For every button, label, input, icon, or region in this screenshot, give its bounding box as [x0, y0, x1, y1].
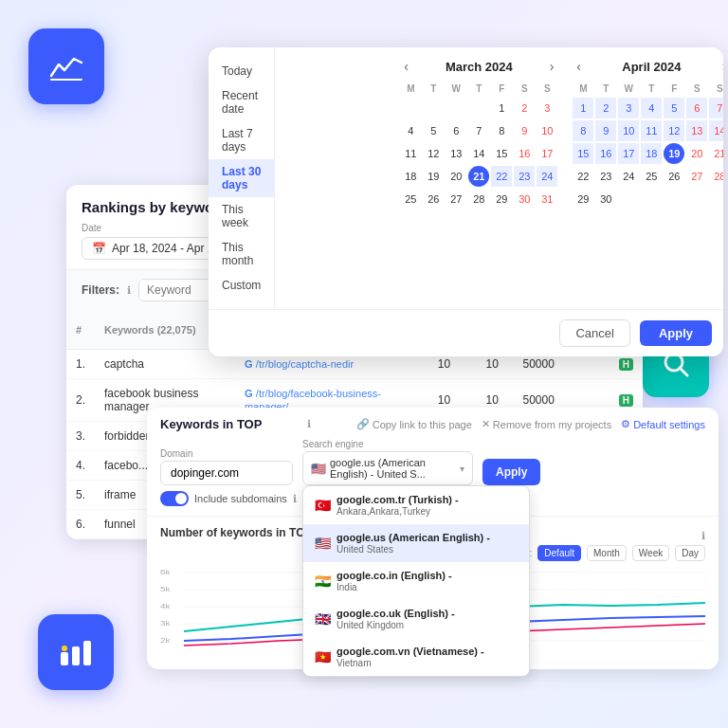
- april-day-10[interactable]: 10: [618, 120, 639, 141]
- dropdown-item-uk[interactable]: 🇬🇧 google.co.uk (English) - United Kingd…: [303, 600, 529, 638]
- chart-info-icon[interactable]: ℹ: [701, 530, 705, 542]
- april-day-29[interactable]: 29: [573, 189, 593, 209]
- march-day-14[interactable]: 14: [468, 143, 489, 164]
- domain-input[interactable]: [160, 461, 293, 485]
- march-day-18[interactable]: 18: [400, 166, 421, 187]
- remove-link[interactable]: ✕ Remove from my projects: [482, 418, 611, 430]
- svg-text:5k: 5k: [160, 585, 171, 593]
- march-day-16[interactable]: 16: [514, 143, 535, 164]
- march-day-11[interactable]: 11: [400, 143, 421, 164]
- march-day-8[interactable]: 8: [491, 120, 512, 141]
- march-day-19[interactable]: 19: [423, 166, 444, 187]
- march-day-10[interactable]: 10: [537, 120, 557, 141]
- dropdown-item-us[interactable]: 🇺🇸 google.us (American English) - United…: [303, 524, 529, 562]
- april-day-7[interactable]: 7: [709, 98, 723, 118]
- scale-day-btn[interactable]: Day: [675, 545, 705, 561]
- march-next-btn[interactable]: ›: [546, 59, 558, 74]
- march-day-28[interactable]: 28: [468, 189, 489, 209]
- march-prev-btn[interactable]: ‹: [400, 59, 412, 74]
- april-day-27[interactable]: 27: [686, 166, 707, 187]
- cal-option-30days[interactable]: Last 30 days: [209, 159, 274, 197]
- cal-option-month[interactable]: This month: [209, 235, 274, 273]
- april-day-25[interactable]: 25: [641, 166, 662, 187]
- cancel-button[interactable]: Cancel: [559, 319, 629, 347]
- april-day-9[interactable]: 9: [595, 120, 616, 141]
- copy-link[interactable]: 🔗 Copy link to this page: [356, 418, 472, 430]
- march-day-13[interactable]: 13: [446, 143, 466, 164]
- march-day-17[interactable]: 17: [537, 143, 557, 164]
- april-day-18[interactable]: 18: [641, 143, 662, 164]
- march-day-20[interactable]: 20: [446, 166, 466, 187]
- april-day-4[interactable]: 4: [641, 98, 662, 118]
- march-day-22[interactable]: 22: [491, 166, 512, 187]
- calendar-popup: Today Recent date Last 7 days Last 30 da…: [209, 47, 723, 356]
- url-link-1[interactable]: /tr/blog/captcha-nedir: [256, 358, 354, 370]
- scale-month-btn[interactable]: Month: [587, 545, 627, 561]
- cal-option-today[interactable]: Today: [209, 59, 274, 83]
- march-day-29[interactable]: 29: [491, 189, 512, 209]
- april-prev-btn[interactable]: ‹: [573, 59, 585, 74]
- march-day-3[interactable]: 3: [537, 98, 557, 118]
- march-day-12[interactable]: 12: [423, 143, 444, 164]
- april-day-28[interactable]: 28: [709, 166, 723, 187]
- april-day-13[interactable]: 13: [686, 120, 707, 141]
- subdomains-info-icon[interactable]: ℹ: [293, 493, 297, 505]
- april-day-30[interactable]: 30: [595, 189, 616, 209]
- march-day-9[interactable]: 9: [514, 120, 535, 141]
- march-day-7[interactable]: 7: [468, 120, 489, 141]
- march-day-30[interactable]: 30: [514, 189, 535, 209]
- march-day-21[interactable]: 21: [468, 166, 489, 187]
- march-day-2[interactable]: 2: [514, 98, 535, 118]
- april-next-btn[interactable]: ›: [719, 59, 723, 74]
- cal-option-recent[interactable]: Recent date: [209, 83, 274, 121]
- march-day-6[interactable]: 6: [446, 120, 466, 141]
- april-day-17[interactable]: 17: [618, 143, 639, 164]
- march-day-23[interactable]: 23: [514, 166, 535, 187]
- april-day-14[interactable]: 14: [709, 120, 723, 141]
- apply-button[interactable]: Apply: [640, 320, 712, 346]
- march-day-31[interactable]: 31: [537, 189, 557, 209]
- march-day-4[interactable]: 4: [400, 120, 421, 141]
- april-day-3[interactable]: 3: [618, 98, 639, 118]
- april-day-23[interactable]: 23: [595, 166, 616, 187]
- march-day-15[interactable]: 15: [491, 143, 512, 164]
- cal-option-7days[interactable]: Last 7 days: [209, 121, 274, 159]
- scale-week-btn[interactable]: Week: [632, 545, 669, 561]
- march-day-1[interactable]: 1: [491, 98, 512, 118]
- cal-option-custom[interactable]: Custom: [209, 273, 274, 298]
- april-day-6[interactable]: 6: [686, 98, 707, 118]
- march-day-26[interactable]: 26: [423, 189, 444, 209]
- march-day-27[interactable]: 27: [446, 189, 466, 209]
- april-day-2[interactable]: 2: [595, 98, 616, 118]
- march-day-25[interactable]: 25: [400, 189, 421, 209]
- april-day-15[interactable]: 15: [573, 143, 593, 164]
- rankings-icon: [55, 631, 97, 673]
- april-day-24[interactable]: 24: [618, 166, 639, 187]
- dropdown-item-vietnam[interactable]: 🇻🇳 google.com.vn (Vietnamese) - Vietnam: [303, 638, 529, 676]
- april-day-22[interactable]: 22: [573, 166, 593, 187]
- april-day-8[interactable]: 8: [573, 120, 593, 141]
- april-day-11[interactable]: 11: [641, 120, 662, 141]
- april-day-1[interactable]: 1: [573, 98, 593, 118]
- filters-info-icon[interactable]: ℹ: [127, 284, 131, 297]
- march-day-5[interactable]: 5: [423, 120, 444, 141]
- dropdown-item-turkey[interactable]: 🇹🇷 google.com.tr (Turkish) - Ankara,Anka…: [303, 486, 529, 524]
- include-subdomains-toggle[interactable]: [160, 491, 189, 506]
- april-day-19[interactable]: 19: [664, 143, 684, 164]
- april-day-16[interactable]: 16: [595, 143, 616, 164]
- scale-default-btn[interactable]: Default: [537, 545, 581, 561]
- settings-link[interactable]: ⚙ Default settings: [621, 418, 705, 430]
- cal-option-week[interactable]: This week: [209, 197, 274, 235]
- search-engine-select[interactable]: 🇺🇸 google.us (American English) - United…: [302, 451, 473, 485]
- april-day-5[interactable]: 5: [664, 98, 684, 118]
- april-day-21[interactable]: 21: [709, 143, 723, 164]
- dropdown-item-india[interactable]: 🇮🇳 google.co.in (English) - India: [303, 562, 529, 600]
- domain-label: Domain: [160, 448, 293, 459]
- april-day-12[interactable]: 12: [664, 120, 684, 141]
- march-day-24[interactable]: 24: [537, 166, 557, 187]
- apply-small-button[interactable]: Apply: [482, 459, 540, 485]
- april-day-20[interactable]: 20: [686, 143, 707, 164]
- april-grid: M T W T F S S 1 2 3 4 5 6 7: [573, 82, 723, 209]
- keywords-info-icon[interactable]: ℹ: [307, 418, 311, 430]
- april-day-26[interactable]: 26: [664, 166, 684, 187]
